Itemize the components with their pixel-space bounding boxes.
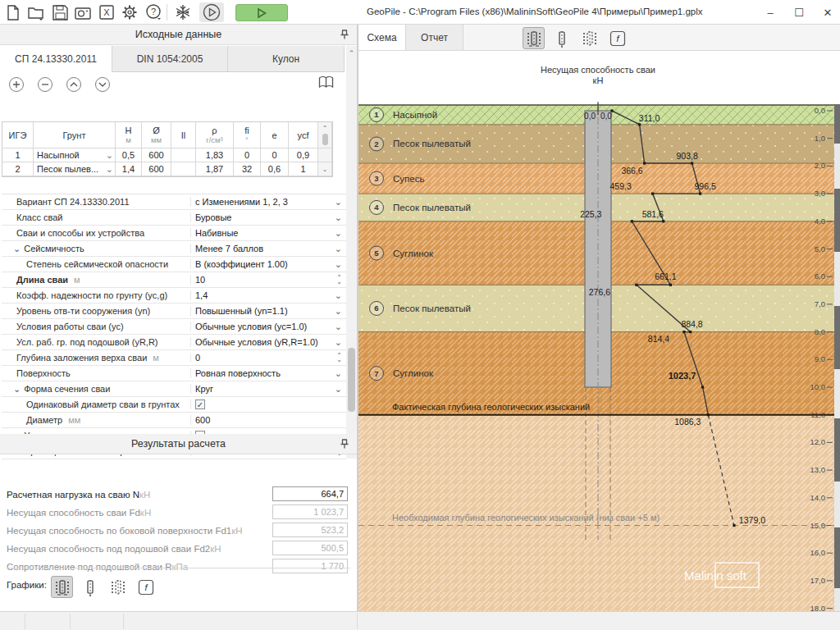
norm-tab-1[interactable]: СП 24.13330.2011 [0, 46, 112, 72]
new-file-icon[interactable] [2, 2, 23, 22]
chevron-down-icon[interactable]: ⌄ [335, 387, 342, 391]
param-value[interactable]: Повышенный (yn=1.1)⌄ [190, 306, 346, 316]
soil-cell[interactable]: 2 [2, 162, 34, 176]
move-layer-down-button[interactable] [95, 77, 110, 92]
move-layer-up-button[interactable] [66, 77, 81, 92]
soil-cell[interactable] [171, 148, 196, 162]
soil-cell[interactable]: 0,9 [289, 148, 318, 162]
graph-bearing-capacity-button[interactable] [523, 27, 545, 49]
param-label: ⌄Форма сечения сваи [2, 384, 190, 395]
expander-icon[interactable]: ⌄ [13, 244, 21, 254]
soil-cell[interactable]: 600 [142, 148, 171, 162]
chevron-down-icon[interactable]: ⌄ [106, 164, 113, 175]
checkbox-checked[interactable]: ✓ [195, 399, 205, 409]
param-label: ⌄Сейсмичность [2, 244, 190, 254]
chevron-down-icon[interactable]: ⌄ [106, 150, 113, 161]
chevron-down-icon[interactable]: ⌄ [335, 325, 342, 329]
param-value[interactable]: Менее 7 баллов⌄ [190, 244, 346, 253]
chevron-down-icon[interactable]: ⌄ [335, 231, 342, 235]
depth-tick-label: 16,0 [810, 548, 826, 557]
minimize-button[interactable]: – [759, 3, 782, 21]
param-value[interactable]: Ровная поверхность⌄ [190, 368, 346, 378]
pin-icon[interactable] [339, 29, 350, 43]
param-value[interactable]: Обычные условия (yc=1.0)⌄ [190, 322, 346, 331]
params-scrollbar[interactable]: ⌃ ⌄ [346, 46, 357, 459]
chevron-down-icon[interactable]: ⌄ [335, 294, 342, 298]
graph-bearing-capacity-button[interactable] [51, 576, 73, 598]
chevron-down-icon[interactable]: ⌄ [335, 340, 342, 345]
open-folder-icon[interactable] [25, 2, 46, 22]
soil-row-2[interactable]: 2Песок пылев...⌄1,46001,87320,61⌄ [2, 162, 332, 176]
capacity-value-label: 311,0 [639, 113, 660, 123]
save-icon[interactable] [49, 2, 71, 22]
param-value[interactable]: Обычные условия (yR,R=1.0)⌄ [190, 337, 346, 347]
soil-cell[interactable]: 1,83 [196, 148, 234, 162]
table-scrollbar[interactable]: ⌃ [318, 122, 332, 148]
graph-pile-button[interactable] [79, 576, 101, 598]
graph-f-button[interactable]: f [606, 27, 628, 49]
run-button[interactable] [235, 4, 288, 21]
param-label: Диаметрмм [2, 415, 190, 425]
export-excel-icon[interactable]: X [96, 2, 117, 22]
soil-cell[interactable]: 0,5 [116, 148, 142, 162]
remove-layer-button[interactable] [38, 77, 52, 92]
param-value[interactable]: с Изменениями 1, 2, 3⌄ [190, 197, 346, 207]
soil-type-select[interactable]: Песок пылев...⌄ [34, 162, 116, 176]
maximize-button[interactable]: ☐ [788, 3, 810, 21]
table-scrollbar[interactable]: ⌄ [318, 162, 332, 176]
soil-cell[interactable]: 1,87 [196, 162, 234, 176]
graph-pile-button[interactable] [550, 27, 573, 49]
view-tab-2[interactable]: Отчет [406, 25, 463, 50]
graph-pile-friction-button[interactable] [578, 27, 600, 49]
graph-f-button[interactable]: f [135, 576, 157, 598]
run-outline-icon[interactable] [199, 2, 224, 22]
freeze-snowflake-icon[interactable] [172, 2, 194, 22]
result-label: Несущая способность по боковой поверхнос… [7, 522, 243, 540]
param-value[interactable]: Буровые⌄ [190, 212, 346, 222]
soil-cell[interactable]: 1 [2, 148, 34, 162]
param-value[interactable]: 10⌃⌄ [190, 275, 346, 285]
param-value[interactable]: В (коэффициент 1.00)⌄ [190, 259, 346, 269]
soil-cell[interactable]: 32 [234, 162, 261, 176]
param-value[interactable]: 0⌃⌄ [190, 353, 346, 363]
chevron-down-icon[interactable]: ⌄ [335, 216, 342, 220]
settings-gear-icon[interactable] [119, 2, 140, 22]
params-scrollbar-thumb[interactable] [348, 348, 355, 412]
chevron-down-icon[interactable]: ⌄ [335, 372, 342, 376]
soil-cell[interactable] [171, 162, 196, 176]
design-load-input[interactable]: 664,7 [272, 486, 348, 501]
view-tab-1[interactable]: Схема [358, 25, 406, 50]
result-label: Сопротивление под подошвой сваи R кПа [7, 558, 188, 576]
soil-cell[interactable]: 600 [142, 162, 171, 176]
soil-type-select[interactable]: Насыпной⌄ [34, 148, 116, 162]
table-scrollbar[interactable] [318, 148, 332, 162]
graph-pile-friction-button[interactable] [107, 576, 129, 598]
soil-row-1[interactable]: 1Насыпной⌄0,56001,83000,9 [2, 148, 332, 162]
soil-cell[interactable]: 0 [234, 148, 261, 162]
chevron-down-icon[interactable]: ⌄ [335, 200, 342, 204]
norm-tab-3[interactable]: Кулон [228, 46, 345, 72]
snapshot-camera-icon[interactable] [72, 2, 94, 22]
norm-tab-2[interactable]: DIN 1054:2005 [112, 46, 228, 72]
chevron-down-icon[interactable]: ⌄ [335, 262, 342, 267]
pin-icon[interactable] [339, 438, 350, 453]
add-layer-button[interactable] [9, 77, 24, 92]
scroll-up-icon[interactable]: ⌃ [346, 49, 357, 57]
param-value[interactable]: 600 [190, 415, 346, 425]
soil-cell[interactable]: 0 [261, 148, 289, 162]
close-button[interactable]: ✕ [816, 3, 839, 21]
soil-cell[interactable]: 1 [289, 162, 318, 176]
soil-library-book-icon[interactable] [318, 75, 334, 93]
param-value[interactable]: 1,4⌄ [190, 290, 346, 300]
spinner-icon[interactable]: ⌃⌄ [336, 354, 342, 362]
param-value[interactable]: Круг⌄ [190, 384, 346, 394]
param-value[interactable]: Набивные⌄ [190, 228, 346, 238]
help-icon[interactable]: ? [143, 2, 164, 22]
spinner-icon[interactable]: ⌃⌄ [336, 276, 342, 284]
param-value[interactable]: ✓ [190, 399, 346, 409]
chevron-down-icon[interactable]: ⌄ [335, 309, 342, 313]
expander-icon[interactable]: ⌄ [13, 384, 21, 395]
soil-cell[interactable]: 0,6 [261, 162, 289, 176]
soil-cell[interactable]: 1,4 [116, 162, 142, 176]
chevron-down-icon[interactable]: ⌄ [335, 247, 342, 251]
